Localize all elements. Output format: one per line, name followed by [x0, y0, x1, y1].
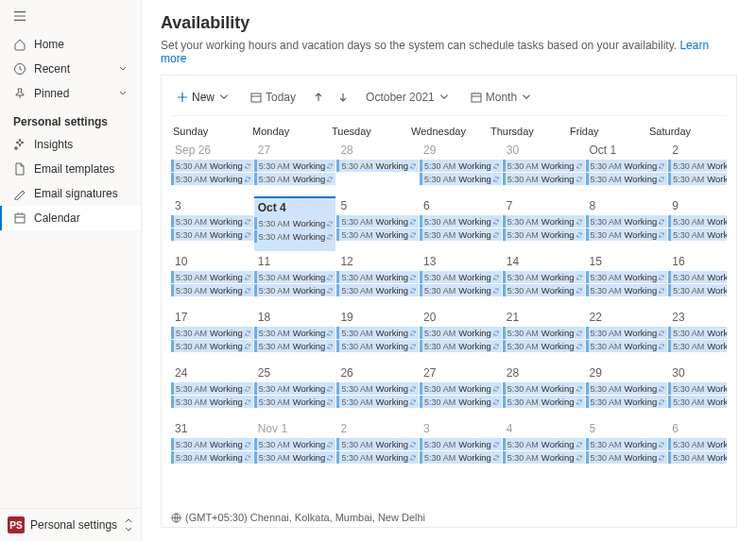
nav-home[interactable]: Home: [0, 32, 141, 57]
day-cell[interactable]: 115:30 AMWorking5:30 AMWorking: [254, 252, 336, 307]
event[interactable]: 5:30 AMWorking: [586, 438, 668, 450]
nav-email-signatures[interactable]: Email signatures: [0, 181, 141, 206]
event[interactable]: 5:30 AMWorking: [503, 340, 585, 352]
event[interactable]: 5:30 AMWorking: [420, 160, 502, 172]
event[interactable]: 5:30 AMWorking: [336, 438, 419, 450]
event[interactable]: 5:30 AMWorking: [254, 340, 336, 352]
event[interactable]: 5:30 AMWorking: [171, 451, 253, 464]
day-cell[interactable]: Nov 15:30 AMWorking5:30 AMWorking: [254, 419, 336, 474]
nav-recent[interactable]: Recent: [0, 57, 141, 81]
event[interactable]: 5:30 AMWorking: [586, 173, 668, 185]
day-cell[interactable]: 75:30 AMWorking5:30 AMWorking: [503, 196, 585, 251]
event[interactable]: 5:30 AMWorking: [254, 230, 336, 243]
event[interactable]: 5:30 AMWorking: [503, 215, 585, 228]
event[interactable]: 5:30 AMWorking: [171, 173, 253, 185]
event[interactable]: 5:30 AMWorking: [668, 271, 727, 283]
day-cell[interactable]: 25:30 AMWorking5:30 AMWorking: [668, 141, 727, 195]
event[interactable]: 5:30 AMWorking: [171, 215, 253, 228]
event[interactable]: 5:30 AMWorking: [336, 396, 419, 408]
day-cell[interactable]: 35:30 AMWorking5:30 AMWorking: [171, 196, 253, 251]
day-cell[interactable]: 25:30 AMWorking5:30 AMWorking: [336, 419, 419, 474]
day-cell[interactable]: 295:30 AMWorking5:30 AMWorking: [586, 363, 668, 418]
event[interactable]: 5:30 AMWorking: [336, 340, 419, 352]
event[interactable]: 5:30 AMWorking: [668, 382, 727, 395]
day-cell[interactable]: 295:30 AMWorking5:30 AMWorking: [420, 141, 502, 195]
event[interactable]: 5:30 AMWorking: [586, 382, 668, 395]
event[interactable]: 5:30 AMWorking: [503, 160, 585, 172]
event[interactable]: 5:30 AMWorking: [586, 228, 668, 241]
hamburger-button[interactable]: [0, 0, 141, 32]
event[interactable]: 5:30 AMWorking: [420, 284, 502, 296]
nav-insights[interactable]: Insights: [0, 132, 141, 157]
day-cell[interactable]: 175:30 AMWorking5:30 AMWorking: [171, 308, 253, 363]
view-picker[interactable]: Month: [465, 87, 538, 108]
event[interactable]: 5:30 AMWorking: [336, 160, 419, 172]
day-cell[interactable]: 95:30 AMWorking5:30 AMWorking: [668, 196, 727, 251]
event[interactable]: 5:30 AMWorking: [668, 160, 727, 172]
event[interactable]: 5:30 AMWorking: [668, 340, 727, 352]
day-cell[interactable]: Sep 265:30 AMWorking5:30 AMWorking: [171, 141, 253, 195]
event[interactable]: 5:30 AMWorking: [503, 228, 585, 241]
event[interactable]: 5:30 AMWorking: [586, 271, 668, 283]
event[interactable]: 5:30 AMWorking: [420, 438, 502, 450]
event[interactable]: 5:30 AMWorking: [503, 271, 585, 283]
event[interactable]: 5:30 AMWorking: [503, 173, 585, 185]
event[interactable]: 5:30 AMWorking: [171, 327, 253, 339]
new-button[interactable]: New: [171, 87, 235, 108]
event[interactable]: 5:30 AMWorking: [171, 340, 253, 352]
day-cell[interactable]: 105:30 AMWorking5:30 AMWorking: [171, 252, 253, 307]
nav-email-templates[interactable]: Email templates: [0, 157, 141, 181]
event[interactable]: 5:30 AMWorking: [586, 284, 668, 296]
day-cell[interactable]: 65:30 AMWorking5:30 AMWorking: [420, 196, 502, 251]
day-cell[interactable]: Oct 45:30 AMWorking5:30 AMWorking: [254, 196, 336, 251]
event[interactable]: 5:30 AMWorking: [254, 284, 336, 296]
period-picker[interactable]: October 2021: [360, 87, 455, 108]
day-cell[interactable]: 225:30 AMWorking5:30 AMWorking: [586, 308, 668, 363]
event[interactable]: 5:30 AMWorking: [336, 327, 419, 339]
event[interactable]: 5:30 AMWorking: [503, 438, 585, 450]
event[interactable]: 5:30 AMWorking: [420, 327, 502, 339]
event[interactable]: 5:30 AMWorking: [336, 451, 419, 464]
day-cell[interactable]: 275:30 AMWorking5:30 AMWorking: [254, 141, 336, 195]
day-cell[interactable]: 235:30 AMWorking5:30 AMWorking: [668, 308, 727, 363]
day-cell[interactable]: 55:30 AMWorking5:30 AMWorking: [586, 419, 668, 474]
event[interactable]: 5:30 AMWorking: [668, 284, 727, 296]
day-cell[interactable]: Oct 15:30 AMWorking5:30 AMWorking: [586, 141, 668, 195]
event[interactable]: 5:30 AMWorking: [503, 382, 585, 395]
day-cell[interactable]: 265:30 AMWorking5:30 AMWorking: [336, 363, 419, 418]
event[interactable]: 5:30 AMWorking: [420, 451, 502, 464]
day-cell[interactable]: 205:30 AMWorking5:30 AMWorking: [420, 308, 502, 363]
day-cell[interactable]: 305:30 AMWorking5:30 AMWorking: [668, 363, 727, 418]
day-cell[interactable]: 65:30 AMWorking5:30 AMWorking: [668, 419, 727, 474]
day-cell[interactable]: 245:30 AMWorking5:30 AMWorking: [171, 363, 253, 418]
event[interactable]: 5:30 AMWorking: [503, 284, 585, 296]
today-button[interactable]: Today: [245, 87, 301, 108]
event[interactable]: 5:30 AMWorking: [254, 438, 336, 450]
day-cell[interactable]: 35:30 AMWorking5:30 AMWorking: [420, 419, 502, 474]
event[interactable]: 5:30 AMWorking: [586, 215, 668, 228]
day-cell[interactable]: 285:30 AMWorking: [336, 141, 419, 195]
day-cell[interactable]: 285:30 AMWorking5:30 AMWorking: [503, 363, 585, 418]
day-cell[interactable]: 145:30 AMWorking5:30 AMWorking: [503, 252, 585, 307]
event[interactable]: 5:30 AMWorking: [668, 228, 727, 241]
event[interactable]: 5:30 AMWorking: [336, 215, 419, 228]
event[interactable]: 5:30 AMWorking: [586, 160, 668, 172]
day-cell[interactable]: 185:30 AMWorking5:30 AMWorking: [254, 308, 336, 363]
event[interactable]: 5:30 AMWorking: [668, 215, 727, 228]
event[interactable]: 5:30 AMWorking: [586, 327, 668, 339]
event[interactable]: 5:30 AMWorking: [420, 271, 502, 283]
event[interactable]: 5:30 AMWorking: [336, 382, 419, 395]
event[interactable]: 5:30 AMWorking: [586, 340, 668, 352]
day-cell[interactable]: 45:30 AMWorking5:30 AMWorking: [503, 419, 585, 474]
event[interactable]: 5:30 AMWorking: [420, 228, 502, 241]
day-cell[interactable]: 215:30 AMWorking5:30 AMWorking: [503, 308, 585, 363]
event[interactable]: 5:30 AMWorking: [420, 340, 502, 352]
day-cell[interactable]: 195:30 AMWorking5:30 AMWorking: [336, 308, 419, 363]
event[interactable]: 5:30 AMWorking: [171, 228, 253, 241]
event[interactable]: 5:30 AMWorking: [171, 382, 253, 395]
day-cell[interactable]: 305:30 AMWorking5:30 AMWorking: [503, 141, 585, 195]
event[interactable]: 5:30 AMWorking: [668, 438, 727, 450]
event[interactable]: 5:30 AMWorking: [171, 271, 253, 283]
event[interactable]: 5:30 AMWorking: [420, 215, 502, 228]
next-button[interactable]: [335, 90, 351, 105]
